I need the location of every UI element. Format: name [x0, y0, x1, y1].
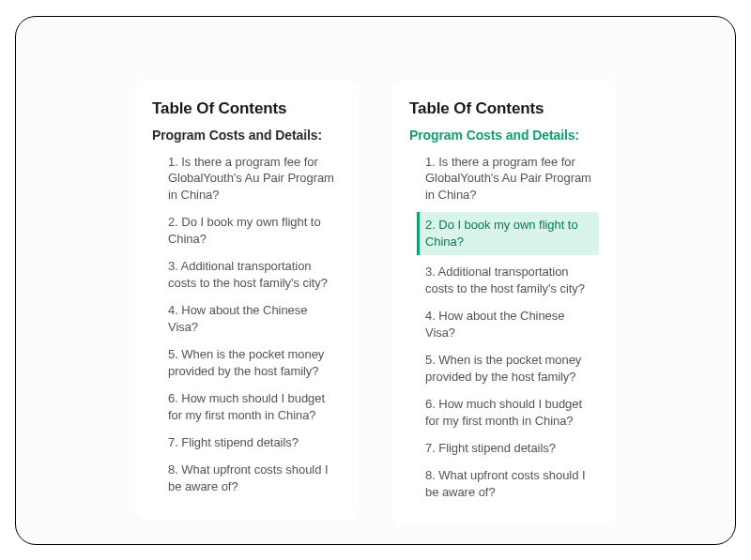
section-label[interactable]: Program Costs and Details: [152, 128, 342, 143]
toc-item[interactable]: 5. When is the pocket money provided by … [160, 344, 342, 382]
toc-card-default: Table Of Contents Program Costs and Deta… [135, 81, 359, 520]
toc-item[interactable]: 2. Do I book my own flight to China? [160, 212, 342, 250]
toc-item[interactable]: 7. Flight stipend details? [160, 432, 342, 453]
toc-item[interactable]: 1. Is there a program fee for GlobalYout… [160, 152, 342, 206]
toc-item[interactable]: 4. How about the Chinese Visa? [160, 300, 342, 338]
toc-item[interactable]: 7. Flight stipend details? [417, 438, 599, 459]
toc-item[interactable]: 4. How about the Chinese Visa? [417, 306, 599, 343]
toc-list: 1. Is there a program fee for GlobalYout… [409, 152, 599, 503]
toc-item[interactable]: 3. Additional transportation costs to th… [417, 262, 599, 299]
toc-card-active: Table Of Contents Program Costs and Deta… [392, 81, 616, 525]
toc-item[interactable]: 3. Additional transportation costs to th… [160, 256, 342, 294]
toc-title: Table Of Contents [409, 99, 599, 118]
toc-item[interactable]: 5. When is the pocket money provided by … [417, 350, 599, 387]
toc-item[interactable]: 1. Is there a program fee for GlobalYout… [417, 152, 599, 206]
toc-item[interactable]: 6. How much should I budget for my first… [160, 388, 342, 426]
toc-item[interactable]: 6. How much should I budget for my first… [417, 394, 599, 431]
toc-item[interactable]: 8. What upfront costs should I be aware … [160, 460, 342, 497]
comparison-frame: Table Of Contents Program Costs and Deta… [15, 16, 736, 545]
toc-list: 1. Is there a program fee for GlobalYout… [152, 152, 342, 497]
section-label-highlighted[interactable]: Program Costs and Details: [409, 128, 599, 143]
toc-title: Table Of Contents [152, 99, 342, 118]
toc-item[interactable]: 8. What upfront costs should I be aware … [417, 465, 599, 503]
toc-item-active[interactable]: 2. Do I book my own flight to China? [417, 212, 599, 255]
